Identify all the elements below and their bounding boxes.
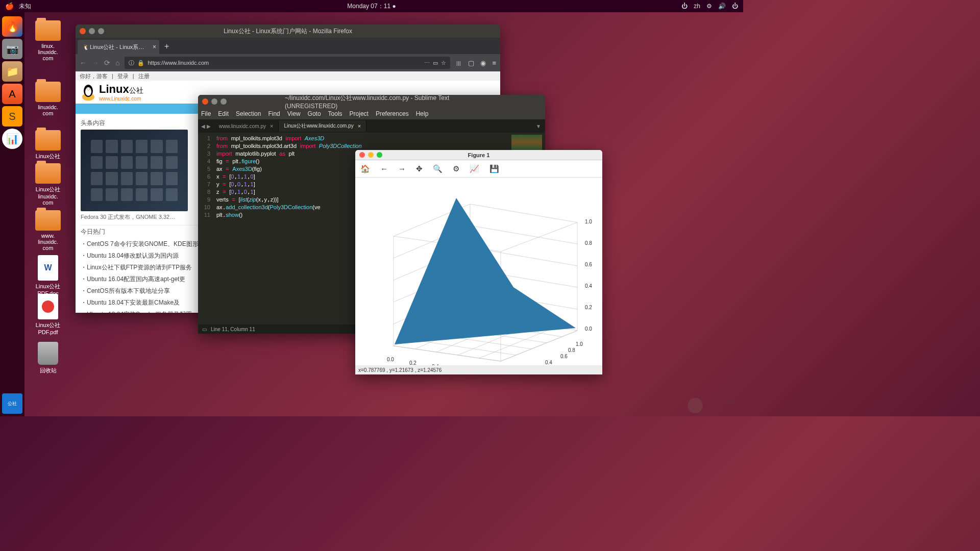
tab-close-icon[interactable]: × [270, 123, 273, 129]
reader-icon[interactable]: ▭ [433, 60, 438, 66]
status-icon: ▭ [202, 327, 207, 332]
figure-window: Figure 1 🏠 ← → ✥ 🔍 ⚙ 📈 💾 [355, 150, 602, 374]
editor-tab[interactable]: www.linuxidc.com.py× [214, 120, 279, 132]
clock[interactable]: Monday 07：11 ● [347, 2, 396, 11]
greeting: 你好，游客 [80, 72, 108, 80]
maximize-icon[interactable] [220, 98, 227, 105]
info-icon[interactable]: ⓘ [129, 59, 134, 67]
tab-close-icon[interactable]: × [153, 43, 156, 51]
login-link[interactable]: 登录 [117, 72, 129, 80]
bookmark-icon[interactable]: ☆ [441, 60, 446, 66]
tab-favicon: 🐧 [83, 44, 90, 51]
address-bar[interactable]: ⓘ 🔒 https://www.linuxidc.com ⋯ ▭ ☆ [125, 57, 450, 69]
menu-item[interactable]: View [287, 110, 301, 117]
launcher-matplotlib[interactable]: 📊 [2, 129, 22, 149]
headline-thumbnail[interactable] [81, 130, 188, 211]
axes-icon[interactable]: 📈 [470, 164, 479, 173]
desktop-icon[interactable]: Linux公社 linuxidc. com [30, 163, 66, 206]
account-icon[interactable]: ◉ [480, 59, 486, 67]
register-link[interactable]: 注册 [138, 72, 150, 80]
shutdown-icon[interactable]: ⏻ [732, 3, 738, 10]
home-icon[interactable]: 🏠 [360, 164, 370, 173]
desktop-icon[interactable]: Linux公社 [30, 130, 66, 160]
menu-item[interactable]: Help [416, 110, 429, 117]
desktop-icon[interactable]: Linux公社 PDF.pdf [30, 294, 66, 335]
back-button[interactable]: ← [80, 59, 87, 67]
sublime-titlebar[interactable]: ~/linuxidc.com/Linux公社www.linuxidc.com.p… [198, 95, 545, 108]
zoom-icon[interactable]: 🔍 [433, 164, 443, 173]
svg-point-2 [85, 87, 91, 96]
editor-tabstrip: ◀ ▶ www.linuxidc.com.py× Linux公社www.linu… [198, 119, 545, 133]
watermark-icon [688, 398, 703, 413]
maximize-icon[interactable] [377, 152, 382, 158]
line-gutter: 1234567891011 [198, 133, 213, 324]
save-icon[interactable]: 💾 [489, 164, 499, 173]
desktop-icon[interactable]: www. linuxidc. com [30, 210, 66, 251]
sidebar-icon[interactable]: ▢ [468, 59, 474, 67]
app-name[interactable]: 未知 [19, 2, 31, 11]
desktop-icon[interactable]: linux. linuxidc. com [30, 20, 66, 61]
menu-item[interactable]: Goto [308, 110, 321, 117]
home-button[interactable]: ⌂ [115, 59, 119, 67]
maximize-icon[interactable] [98, 28, 104, 34]
sound-icon[interactable]: 🔊 [718, 3, 726, 10]
editor-tab-active[interactable]: Linux公社www.linuxidc.com.py× [279, 120, 366, 132]
launcher-dock: 🔥 📷 📁 A S 📊 公社 [0, 12, 24, 416]
launcher-linuxidc[interactable]: 公社 [2, 393, 22, 414]
network-icon[interactable]: ⚙ [706, 3, 712, 10]
window-title: Linux公社 - Linux系统门户网站 - Mozilla Firefox [224, 27, 352, 36]
menu-item[interactable]: Edit [218, 110, 229, 117]
page-actions-icon[interactable]: ⋯ [424, 60, 430, 66]
close-icon[interactable] [359, 152, 365, 158]
tab-nav-arrows[interactable]: ◀ ▶ [198, 123, 214, 129]
watermark: 黑区网络 www.heiqu.com [688, 398, 738, 413]
forward-button[interactable]: → [92, 59, 99, 67]
minimize-icon[interactable] [89, 28, 95, 34]
svg-text:0.4: 0.4 [432, 364, 439, 365]
menu-item[interactable]: Project [350, 110, 369, 117]
minimize-icon[interactable] [211, 98, 217, 105]
figure-titlebar[interactable]: Figure 1 [355, 150, 602, 160]
svg-text:0.4: 0.4 [545, 360, 552, 365]
svg-text:0.2: 0.2 [585, 305, 592, 310]
svg-text:0.6: 0.6 [560, 354, 568, 359]
new-tab-button[interactable]: + [164, 42, 169, 51]
reload-button[interactable]: ⟳ [104, 59, 110, 67]
desktop-icon[interactable]: 回收站 [30, 342, 66, 374]
menu-item[interactable]: Tools [328, 110, 342, 117]
launcher-software[interactable]: A [2, 84, 22, 104]
desktop-icon[interactable]: WLinux公社 PDF.doc [30, 255, 66, 296]
plot-canvas[interactable]: 0.0 0.2 0.4 0.6 0.8 1.0 0.0 0.2 0.4 0.6 … [355, 178, 602, 365]
close-icon[interactable] [80, 28, 86, 34]
browser-tab[interactable]: 🐧 Linux公社 - Linux系统门… × [78, 40, 159, 54]
menu-icon[interactable]: ≡ [492, 59, 496, 67]
power-icon[interactable]: ⏻ [681, 3, 688, 10]
menu-item[interactable]: Preferences [376, 110, 409, 117]
launcher-files[interactable]: 📁 [2, 61, 22, 82]
launcher-screenshot[interactable]: 📷 [2, 39, 22, 59]
tab-close-icon[interactable]: × [358, 123, 361, 129]
url-text: https://www.linuxidc.com [148, 60, 209, 66]
library-icon[interactable]: ⫼ [455, 59, 462, 67]
launcher-sublime[interactable]: S [2, 106, 22, 127]
menu-item[interactable]: File [201, 110, 211, 117]
menu-item[interactable]: Selection [236, 110, 261, 117]
menu-item[interactable]: Find [268, 110, 280, 117]
svg-text:0.8: 0.8 [568, 347, 575, 353]
svg-text:1.0: 1.0 [576, 341, 583, 347]
ime-indicator[interactable]: zh [694, 3, 700, 10]
launcher-firefox[interactable]: 🔥 [2, 16, 22, 37]
pan-icon[interactable]: ✥ [416, 164, 423, 173]
apple-menu-icon[interactable]: 🍎 [5, 2, 14, 10]
desktop-icon[interactable]: linuxidc. com [30, 82, 66, 116]
forward-icon[interactable]: → [398, 164, 406, 173]
tab-dropdown-icon[interactable]: ▼ [532, 123, 545, 129]
firefox-titlebar[interactable]: Linux公社 - Linux系统门户网站 - Mozilla Firefox [76, 24, 500, 38]
logo-text: Linux [99, 83, 129, 95]
watermark-text: 黑区网络 [706, 398, 738, 408]
configure-icon[interactable]: ⚙ [453, 164, 459, 173]
minimize-icon[interactable] [368, 152, 374, 158]
thumb-caption[interactable]: Fedora 30 正式发布，GNOME 3.32… [81, 213, 175, 221]
close-icon[interactable] [202, 98, 208, 105]
back-icon[interactable]: ← [380, 164, 388, 173]
